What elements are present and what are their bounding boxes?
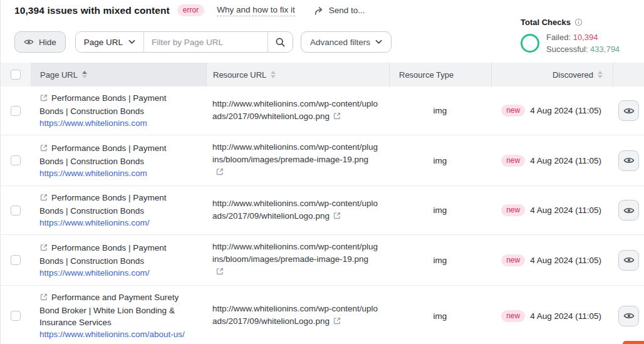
why-how-to-fix-link[interactable]: Why and how to fix it <box>217 5 295 16</box>
discovered-date: 4 Aug 2024 (11:05) <box>530 311 601 321</box>
external-link-icon[interactable] <box>39 193 48 205</box>
site-audit-issue-panel: 10,394 issues with mixed content error W… <box>0 0 644 344</box>
search-button[interactable] <box>267 32 293 52</box>
column-header-page-url[interactable]: Page URL <box>31 63 206 86</box>
issues-table: Page URL Resource URL Resource Type Disc… <box>1 63 644 344</box>
view-details-button[interactable] <box>618 100 639 121</box>
view-details-button[interactable] <box>618 306 639 326</box>
eye-icon <box>623 256 635 264</box>
send-to-button[interactable]: Send to... <box>314 6 365 16</box>
failed-value: 10,394 <box>573 33 598 42</box>
sort-icon <box>271 71 276 78</box>
total-checks-label: Total Checks <box>521 18 571 27</box>
row-checkbox[interactable] <box>11 255 21 265</box>
page-url-link[interactable]: https://www.whitelionins.com <box>39 167 187 179</box>
eye-icon <box>623 156 635 165</box>
resource-url-text: http://www.whitelionins.com/wp-content/p… <box>212 142 378 164</box>
advanced-filters-button[interactable]: Advanced filters <box>301 31 392 53</box>
status-badge: new <box>501 105 525 117</box>
column-header-discovered[interactable]: Discovered <box>491 63 613 86</box>
filter-bar: Hide Page URL Advanced filters <box>14 31 392 53</box>
resource-type-value: img <box>389 311 491 321</box>
status-badge: new <box>501 155 525 167</box>
page-title-text: Performance Bonds | Payment Bonds | Cons… <box>39 93 167 116</box>
discovered-date: 4 Aug 2024 (11:05) <box>530 106 601 115</box>
successful-label: Successful: <box>546 44 588 54</box>
resource-url-text: http://www.whitelionins.com/wp-content/p… <box>212 242 378 264</box>
table-row: Performance Bonds | Payment Bonds | Cons… <box>1 235 644 286</box>
hide-button-label: Hide <box>39 38 56 47</box>
sort-icon <box>598 71 603 78</box>
external-link-icon[interactable] <box>39 243 48 255</box>
table-row: Performance Bonds | Payment Bonds | Cons… <box>1 86 644 135</box>
row-checkbox[interactable] <box>11 106 21 116</box>
send-arrow-icon <box>314 6 325 16</box>
row-checkbox[interactable] <box>11 311 21 321</box>
resource-url-text: http://www.whitelionins.com/wp-content/u… <box>212 199 378 221</box>
external-link-icon[interactable] <box>39 293 48 305</box>
select-all-checkbox[interactable] <box>11 70 21 80</box>
discovered-date: 4 Aug 2024 (11:05) <box>530 256 601 265</box>
external-link-icon[interactable] <box>333 112 341 124</box>
resource-type-value: img <box>389 256 491 265</box>
table-body: Performance Bonds | Payment Bonds | Cons… <box>1 86 644 344</box>
external-link-icon[interactable] <box>216 167 224 180</box>
resource-url-text: http://www.whitelionins.com/wp-content/u… <box>212 99 378 121</box>
page-title-text: Performance Bonds | Payment Bonds | Cons… <box>39 243 167 266</box>
view-details-button[interactable] <box>618 150 639 171</box>
status-badge: new <box>501 254 525 266</box>
hide-button[interactable]: Hide <box>14 31 66 53</box>
search-icon <box>275 37 286 48</box>
discovered-date: 4 Aug 2024 (11:05) <box>530 206 601 215</box>
eye-icon <box>623 311 635 320</box>
total-checks-ring <box>521 34 539 53</box>
issue-header: 10,394 issues with mixed content error W… <box>14 4 365 16</box>
status-badge: new <box>501 310 525 322</box>
column-header-actions <box>613 63 644 86</box>
successful-value: 433,794 <box>590 44 620 54</box>
column-header-resource-type: Resource Type <box>389 63 491 86</box>
total-checks-panel: Total Checks Failed: 10,394 Successful: … <box>521 18 628 55</box>
filter-input[interactable] <box>144 32 267 52</box>
eye-icon <box>623 107 635 115</box>
eye-icon <box>623 206 635 215</box>
page-title-text: Performance Bonds | Payment Bonds | Cons… <box>39 193 167 216</box>
filter-input-group: Page URL <box>75 31 293 53</box>
external-link-icon[interactable] <box>39 143 48 155</box>
page-title-text: Performance Bonds | Payment Bonds | Cons… <box>39 143 167 166</box>
table-row: Performance and Payment Surety Bond Brok… <box>1 286 644 344</box>
discovered-date: 4 Aug 2024 (11:05) <box>530 156 601 165</box>
row-checkbox[interactable] <box>11 155 21 165</box>
floating-feedback-tab[interactable] <box>623 341 644 344</box>
view-details-button[interactable] <box>618 200 639 221</box>
row-checkbox[interactable] <box>11 206 21 216</box>
resource-type-value: img <box>389 206 491 215</box>
resource-type-value: img <box>389 106 491 115</box>
filter-field-select[interactable]: Page URL <box>76 32 144 52</box>
page-url-link[interactable]: https://www.whitelionins.com <box>39 117 187 129</box>
page-url-link[interactable]: https://www.whitelionins.com/ <box>39 267 187 279</box>
page-url-link[interactable]: https://www.whitelionins.com/about-us/ <box>39 328 187 340</box>
resource-type-value: img <box>389 156 491 165</box>
page-title-text: Performance and Payment Surety Bond Brok… <box>39 293 179 327</box>
resource-url-text: http://www.whitelionins.com/wp-content/u… <box>212 304 378 326</box>
eye-icon <box>24 38 34 46</box>
filter-field-value: Page URL <box>84 38 123 47</box>
table-row: Performance Bonds | Payment Bonds | Cons… <box>1 186 644 235</box>
sort-icon <box>82 71 87 78</box>
external-link-icon[interactable] <box>333 211 341 224</box>
info-icon[interactable] <box>574 18 583 26</box>
column-header-resource-url[interactable]: Resource URL <box>206 63 389 86</box>
external-link-icon[interactable] <box>216 267 224 279</box>
table-header-row: Page URL Resource URL Resource Type Disc… <box>1 63 644 86</box>
external-link-icon[interactable] <box>39 93 48 105</box>
view-details-button[interactable] <box>618 250 639 271</box>
advanced-filters-label: Advanced filters <box>310 38 370 47</box>
external-link-icon[interactable] <box>333 316 341 329</box>
status-badge: new <box>501 204 525 216</box>
page-url-link[interactable]: https://www.whitelionins.com/ <box>39 217 187 229</box>
table-row: Performance Bonds | Payment Bonds | Cons… <box>1 135 644 186</box>
page-title: 10,394 issues with mixed content <box>14 5 170 16</box>
send-to-label: Send to... <box>329 6 365 15</box>
chevron-down-icon <box>375 39 382 44</box>
